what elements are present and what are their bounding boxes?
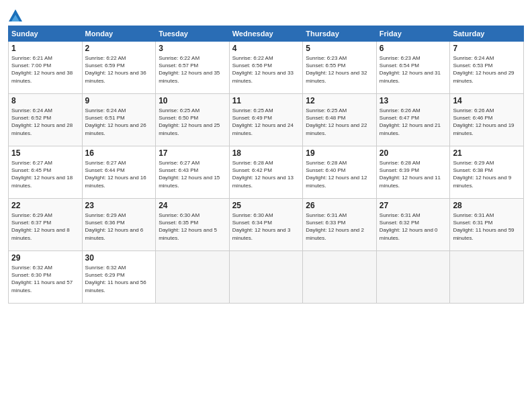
day-number: 11	[232, 96, 300, 105]
day-number: 27	[380, 201, 447, 210]
table-row: 15Sunrise: 6:27 AM Sunset: 6:45 PM Dayli…	[9, 146, 83, 199]
day-info: Sunrise: 6:31 AM Sunset: 6:31 PM Dayligh…	[453, 212, 521, 242]
table-row	[376, 251, 450, 304]
day-number: 24	[159, 201, 226, 210]
logo-icon	[9, 9, 22, 21]
table-row: 23Sunrise: 6:29 AM Sunset: 6:36 PM Dayli…	[82, 199, 156, 251]
day-info: Sunrise: 6:27 AM Sunset: 6:45 PM Dayligh…	[11, 159, 79, 189]
table-row: 4Sunrise: 6:22 AM Sunset: 6:56 PM Daylig…	[229, 42, 303, 94]
day-number: 26	[306, 201, 373, 210]
day-info: Sunrise: 6:30 AM Sunset: 6:35 PM Dayligh…	[159, 212, 226, 242]
table-row	[450, 251, 524, 304]
table-row: 16Sunrise: 6:27 AM Sunset: 6:44 PM Dayli…	[82, 146, 156, 199]
table-row	[229, 251, 303, 304]
table-row: 6Sunrise: 6:23 AM Sunset: 6:54 PM Daylig…	[376, 42, 450, 94]
col-saturday: Saturday	[450, 26, 524, 42]
table-row: 7Sunrise: 6:24 AM Sunset: 6:53 PM Daylig…	[450, 42, 524, 94]
table-row: 2Sunrise: 6:22 AM Sunset: 6:59 PM Daylig…	[82, 42, 156, 94]
day-info: Sunrise: 6:28 AM Sunset: 6:40 PM Dayligh…	[306, 159, 373, 189]
calendar-week-5: 29Sunrise: 6:32 AM Sunset: 6:30 PM Dayli…	[9, 251, 524, 304]
day-info: Sunrise: 6:31 AM Sunset: 6:33 PM Dayligh…	[306, 212, 373, 242]
day-number: 14	[453, 96, 521, 105]
day-info: Sunrise: 6:25 AM Sunset: 6:48 PM Dayligh…	[306, 107, 373, 137]
page-container: Sunday Monday Tuesday Wednesday Thursday…	[0, 0, 532, 309]
day-info: Sunrise: 6:23 AM Sunset: 6:55 PM Dayligh…	[306, 54, 373, 85]
table-row: 27Sunrise: 6:31 AM Sunset: 6:32 PM Dayli…	[376, 199, 450, 251]
day-number: 8	[11, 96, 79, 105]
day-info: Sunrise: 6:29 AM Sunset: 6:37 PM Dayligh…	[11, 212, 79, 242]
table-row: 1Sunrise: 6:21 AM Sunset: 7:00 PM Daylig…	[9, 42, 83, 94]
day-info: Sunrise: 6:28 AM Sunset: 6:42 PM Dayligh…	[232, 159, 300, 189]
table-row: 28Sunrise: 6:31 AM Sunset: 6:31 PM Dayli…	[450, 199, 524, 251]
day-number: 18	[232, 148, 300, 158]
table-row: 29Sunrise: 6:32 AM Sunset: 6:30 PM Dayli…	[9, 251, 83, 304]
day-number: 5	[306, 44, 373, 53]
table-row: 14Sunrise: 6:26 AM Sunset: 6:46 PM Dayli…	[450, 94, 524, 146]
table-row: 5Sunrise: 6:23 AM Sunset: 6:55 PM Daylig…	[303, 42, 377, 94]
table-row: 24Sunrise: 6:30 AM Sunset: 6:35 PM Dayli…	[156, 199, 230, 251]
table-row: 30Sunrise: 6:32 AM Sunset: 6:29 PM Dayli…	[82, 251, 156, 304]
calendar-week-2: 8Sunrise: 6:24 AM Sunset: 6:52 PM Daylig…	[9, 94, 524, 146]
calendar-week-1: 1Sunrise: 6:21 AM Sunset: 7:00 PM Daylig…	[9, 42, 524, 94]
day-info: Sunrise: 6:22 AM Sunset: 6:59 PM Dayligh…	[85, 54, 153, 85]
table-row: 22Sunrise: 6:29 AM Sunset: 6:37 PM Dayli…	[9, 199, 83, 251]
calendar-week-4: 22Sunrise: 6:29 AM Sunset: 6:37 PM Dayli…	[9, 199, 524, 251]
col-monday: Monday	[82, 26, 156, 42]
table-row: 17Sunrise: 6:27 AM Sunset: 6:43 PM Dayli…	[156, 146, 230, 199]
day-number: 17	[159, 148, 226, 158]
day-number: 19	[306, 148, 373, 158]
table-row: 8Sunrise: 6:24 AM Sunset: 6:52 PM Daylig…	[9, 94, 83, 146]
day-number: 21	[453, 148, 521, 158]
day-info: Sunrise: 6:27 AM Sunset: 6:43 PM Dayligh…	[159, 159, 226, 189]
day-number: 25	[232, 201, 300, 210]
day-info: Sunrise: 6:29 AM Sunset: 6:36 PM Dayligh…	[85, 212, 153, 242]
day-number: 13	[380, 96, 447, 105]
day-number: 15	[11, 148, 79, 158]
day-info: Sunrise: 6:21 AM Sunset: 7:00 PM Dayligh…	[11, 54, 79, 85]
table-row	[156, 251, 230, 304]
day-info: Sunrise: 6:29 AM Sunset: 6:38 PM Dayligh…	[453, 159, 521, 189]
table-row: 26Sunrise: 6:31 AM Sunset: 6:33 PM Dayli…	[303, 199, 377, 251]
table-row: 19Sunrise: 6:28 AM Sunset: 6:40 PM Dayli…	[303, 146, 377, 199]
day-info: Sunrise: 6:22 AM Sunset: 6:56 PM Dayligh…	[232, 54, 300, 85]
day-number: 1	[11, 44, 79, 53]
day-info: Sunrise: 6:24 AM Sunset: 6:51 PM Dayligh…	[85, 107, 153, 137]
day-info: Sunrise: 6:28 AM Sunset: 6:39 PM Dayligh…	[380, 159, 447, 189]
day-info: Sunrise: 6:27 AM Sunset: 6:44 PM Dayligh…	[85, 159, 153, 189]
day-info: Sunrise: 6:32 AM Sunset: 6:30 PM Dayligh…	[11, 264, 79, 294]
header-row: Sunday Monday Tuesday Wednesday Thursday…	[9, 26, 524, 42]
day-number: 20	[380, 148, 447, 158]
day-number: 3	[159, 44, 226, 53]
day-number: 9	[85, 96, 153, 105]
day-info: Sunrise: 6:24 AM Sunset: 6:53 PM Dayligh…	[453, 54, 521, 85]
table-row: 13Sunrise: 6:26 AM Sunset: 6:47 PM Dayli…	[376, 94, 450, 146]
table-row: 21Sunrise: 6:29 AM Sunset: 6:38 PM Dayli…	[450, 146, 524, 199]
day-number: 29	[11, 253, 79, 263]
col-friday: Friday	[376, 26, 450, 42]
calendar-week-3: 15Sunrise: 6:27 AM Sunset: 6:45 PM Dayli…	[9, 146, 524, 199]
day-number: 4	[232, 44, 300, 53]
day-info: Sunrise: 6:30 AM Sunset: 6:34 PM Dayligh…	[232, 212, 300, 242]
col-thursday: Thursday	[303, 26, 377, 42]
day-number: 22	[11, 201, 79, 210]
day-info: Sunrise: 6:25 AM Sunset: 6:49 PM Dayligh…	[232, 107, 300, 137]
day-info: Sunrise: 6:23 AM Sunset: 6:54 PM Dayligh…	[380, 54, 447, 85]
col-sunday: Sunday	[9, 26, 83, 42]
day-info: Sunrise: 6:31 AM Sunset: 6:32 PM Dayligh…	[380, 212, 447, 242]
table-row: 18Sunrise: 6:28 AM Sunset: 6:42 PM Dayli…	[229, 146, 303, 199]
table-row: 10Sunrise: 6:25 AM Sunset: 6:50 PM Dayli…	[156, 94, 230, 146]
day-number: 12	[306, 96, 373, 105]
day-number: 16	[85, 148, 153, 158]
logo	[8, 9, 23, 20]
day-number: 6	[380, 44, 447, 53]
table-row	[303, 251, 377, 304]
table-row: 11Sunrise: 6:25 AM Sunset: 6:49 PM Dayli…	[229, 94, 303, 146]
day-number: 28	[453, 201, 521, 210]
table-row: 3Sunrise: 6:22 AM Sunset: 6:57 PM Daylig…	[156, 42, 230, 94]
table-row: 25Sunrise: 6:30 AM Sunset: 6:34 PM Dayli…	[229, 199, 303, 251]
col-wednesday: Wednesday	[229, 26, 303, 42]
calendar-table: Sunday Monday Tuesday Wednesday Thursday…	[8, 26, 524, 304]
table-row: 12Sunrise: 6:25 AM Sunset: 6:48 PM Dayli…	[303, 94, 377, 146]
table-row: 9Sunrise: 6:24 AM Sunset: 6:51 PM Daylig…	[82, 94, 156, 146]
day-number: 10	[159, 96, 226, 105]
